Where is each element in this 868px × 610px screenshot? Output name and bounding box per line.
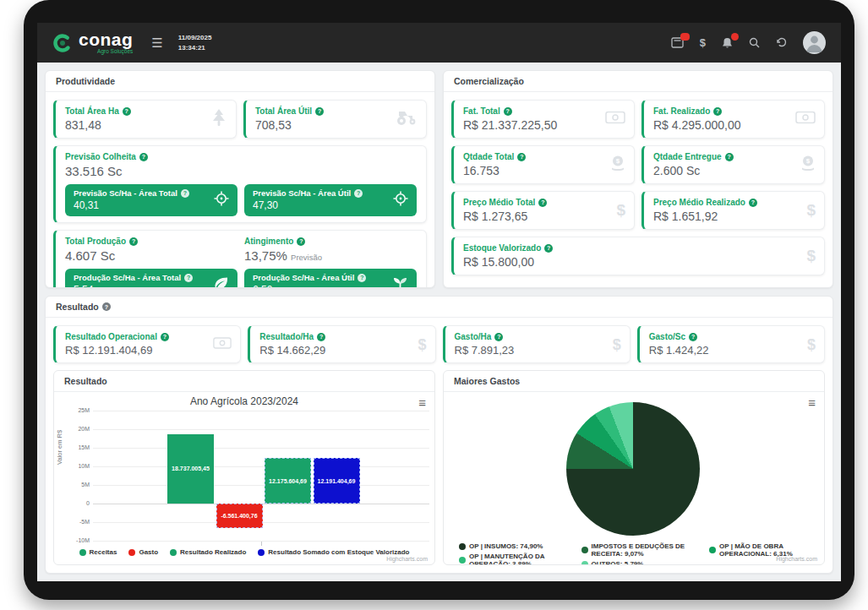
legend-item[interactable]: Resultado Realizado bbox=[170, 548, 246, 556]
bar-3[interactable]: 12.175.604,69 bbox=[265, 458, 311, 504]
brand-tagline: Agro Soluções bbox=[97, 49, 133, 55]
conag-logo-icon bbox=[52, 33, 73, 53]
card-label: Total Área Útil bbox=[255, 106, 312, 116]
card-value: 5,54 bbox=[74, 284, 209, 287]
user-avatar[interactable] bbox=[803, 31, 826, 54]
legend-dot bbox=[581, 561, 588, 566]
help-icon[interactable] bbox=[544, 244, 553, 253]
bar-chart-y-axis-label: Valor em R$ bbox=[56, 430, 63, 465]
card-resultado-operacional: Resultado Operacional R$ 12.191.404,69 bbox=[53, 325, 241, 363]
help-icon[interactable] bbox=[354, 189, 363, 198]
help-icon[interactable] bbox=[102, 302, 111, 311]
card-value: 40,31 bbox=[74, 199, 209, 211]
dollar-sign-icon: $ bbox=[807, 335, 816, 353]
highcharts-credits[interactable]: Highcharts.com bbox=[386, 556, 428, 562]
card-value: R$ 1.273,65 bbox=[463, 210, 605, 223]
card-label: Resultado/Ha bbox=[259, 332, 314, 341]
chart-context-menu-icon[interactable] bbox=[418, 396, 426, 409]
legend-item[interactable]: Resultado Somado com Estoque Valorizado bbox=[258, 548, 409, 556]
panel-maiores-gastos: Maiores Gastos OP | INSUMOS: 74,90%OP | … bbox=[443, 370, 825, 565]
leaf-icon bbox=[213, 276, 229, 288]
legend-item[interactable]: Gasto bbox=[128, 548, 158, 556]
y-axis-tick-label: 0 bbox=[71, 500, 90, 506]
bar-1[interactable]: 18.737.005,45 bbox=[167, 434, 214, 504]
card-gasto-ha: Gasto/Ha R$ 7.891,23 $ bbox=[443, 325, 631, 363]
card-value: 6,50 bbox=[253, 284, 388, 287]
bar-2[interactable]: -6.561.400,76 bbox=[216, 504, 263, 528]
card-previsao-colheita: Previsão Colheita 33.516 Sc Previsão Sc/… bbox=[53, 145, 427, 223]
help-icon[interactable] bbox=[494, 333, 503, 341]
highcharts-credits[interactable]: Highcharts.com bbox=[776, 556, 817, 562]
help-icon[interactable] bbox=[713, 107, 722, 116]
dollar-sign-icon: $ bbox=[613, 335, 621, 353]
help-icon[interactable] bbox=[538, 199, 547, 207]
dollar-icon[interactable]: $ bbox=[700, 36, 706, 49]
legend-item[interactable]: Receitas bbox=[79, 548, 117, 556]
legend-dot bbox=[459, 543, 466, 550]
card-value: 4.607 Sc bbox=[65, 248, 237, 263]
card-value: R$ 15.800,00 bbox=[463, 255, 795, 269]
menu-toggle-icon[interactable] bbox=[151, 35, 162, 51]
card-qtdade-entregue: Qtdade Entregue 2.600 Sc $ bbox=[641, 145, 825, 184]
gridline bbox=[93, 466, 429, 467]
target-icon bbox=[214, 191, 229, 210]
coin-icon: $ bbox=[610, 155, 625, 175]
bar-chart: Ano Agrícola 2023/2024 Valor em R$ 25M20… bbox=[54, 392, 434, 564]
app-header: conag Agro Soluções 11/09/2025 13:34:21 … bbox=[37, 23, 841, 63]
current-date: 11/09/2025 bbox=[178, 33, 212, 43]
money-bill-icon bbox=[795, 112, 816, 128]
legend-label: IMPOSTOS E DEDUÇÕES DE RECEITA: 9,07% bbox=[592, 542, 696, 558]
tractor-icon bbox=[396, 109, 418, 129]
card-label: Produção Sc/Ha - Área Total bbox=[74, 273, 181, 282]
panel-produtividade-title: Produtividade bbox=[56, 76, 115, 86]
help-icon[interactable] bbox=[517, 153, 526, 161]
bar-data-label: -6.561.400,76 bbox=[221, 513, 257, 519]
help-icon[interactable] bbox=[184, 274, 193, 282]
help-icon[interactable] bbox=[358, 274, 366, 282]
help-icon[interactable] bbox=[181, 189, 189, 198]
legend-column: OP | INSUMOS: 74,90%OP | MANUTENÇÃO DA O… bbox=[459, 542, 568, 565]
tree-icon bbox=[210, 108, 227, 130]
legend-item[interactable]: OUTROS: 5,79% bbox=[581, 560, 696, 565]
calculator-icon[interactable] bbox=[671, 37, 684, 48]
money-bill-icon bbox=[213, 337, 232, 352]
card-label: Qtdade Total bbox=[463, 152, 514, 161]
notifications-bell-icon[interactable] bbox=[722, 37, 733, 49]
help-icon[interactable] bbox=[317, 333, 325, 341]
dollar-sign-icon: $ bbox=[806, 201, 816, 220]
card-total-producao-atingimento: Total Produção 4.607 Sc Atingimento 13,7… bbox=[53, 230, 427, 287]
help-icon[interactable] bbox=[139, 153, 148, 161]
search-icon[interactable] bbox=[749, 37, 760, 48]
panel-comercializacao: Comercialização Fat. Total R$ 21.337.225… bbox=[443, 70, 833, 288]
help-icon[interactable] bbox=[689, 333, 697, 341]
help-icon[interactable] bbox=[129, 237, 138, 246]
help-icon[interactable] bbox=[504, 107, 512, 116]
legend-item[interactable]: OP | MANUTENÇÃO DA OPERAÇÃO: 3,89% bbox=[459, 553, 568, 565]
legend-label: Receitas bbox=[90, 548, 117, 556]
svg-text:$: $ bbox=[806, 157, 811, 165]
panel-resultado-title: Resultado bbox=[56, 302, 99, 312]
help-icon[interactable] bbox=[725, 153, 734, 161]
help-icon[interactable] bbox=[315, 107, 324, 116]
bar-4[interactable]: 12.191.404,69 bbox=[314, 458, 360, 504]
legend-item[interactable]: OP | INSUMOS: 74,90% bbox=[459, 542, 568, 550]
help-icon[interactable] bbox=[123, 107, 131, 116]
card-fat-realizado: Fat. Realizado R$ 4.295.000,00 bbox=[641, 100, 825, 139]
y-axis-tick-label: 25M bbox=[71, 407, 90, 413]
help-icon[interactable] bbox=[749, 199, 757, 207]
legend-label: Gasto bbox=[139, 548, 158, 556]
history-icon[interactable] bbox=[776, 37, 787, 48]
help-icon[interactable] bbox=[161, 333, 169, 341]
brand-logo: conag Agro Soluções bbox=[52, 30, 133, 55]
legend-dot bbox=[459, 557, 466, 564]
chart-context-menu-icon[interactable] bbox=[808, 396, 816, 409]
y-axis-tick-label: 15M bbox=[71, 444, 90, 450]
y-axis-tick-label: 20M bbox=[71, 426, 90, 432]
help-icon[interactable] bbox=[297, 237, 305, 246]
svg-text:$: $ bbox=[616, 157, 620, 165]
card-producao-scha-area-total: Produção Sc/Ha - Área Total 5,54 bbox=[65, 269, 237, 287]
card-label: Previsão Colheita bbox=[65, 152, 136, 161]
pie[interactable] bbox=[566, 402, 700, 536]
legend-item[interactable]: IMPOSTOS E DEDUÇÕES DE RECEITA: 9,07% bbox=[581, 542, 696, 558]
card-preco-medio-total: Preço Médio Total R$ 1.273,65 $ bbox=[451, 191, 635, 230]
